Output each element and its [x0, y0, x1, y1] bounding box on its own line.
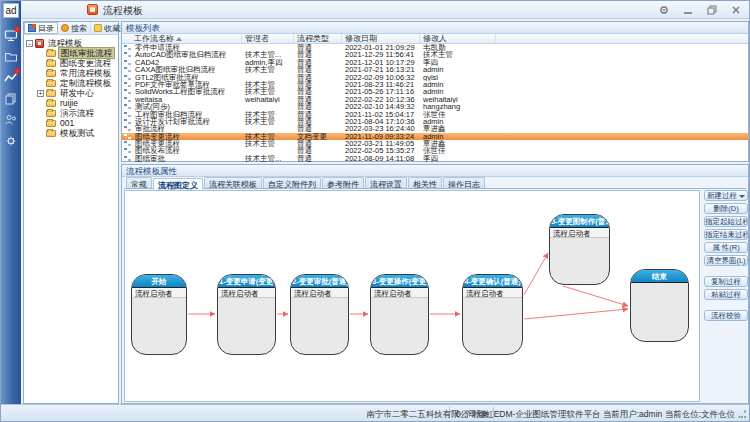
properties-tab-1[interactable]: 常规: [126, 177, 152, 188]
workflow-icon: [124, 126, 131, 131]
workflow-row[interactable]: 设计开发计划审批流程技术主管普通2021-08-04 17:10:36admin: [122, 118, 748, 125]
action-button[interactable]: 粘贴过程: [704, 289, 748, 300]
workflow-row[interactable]: PDF文件审批签章流程技术主管普通2021-08-23 11:46:21admi…: [122, 81, 748, 88]
process-type: 普通: [294, 155, 342, 162]
folder-icon: [46, 90, 56, 97]
flow-node[interactable]: 1-变更申请(变更申流程启动者: [217, 274, 276, 355]
column-header[interactable]: 管理者: [242, 34, 294, 43]
monitor-icon[interactable]: [4, 29, 18, 43]
workflow-row[interactable]: 审批流程普通2022-03-23 16:24:40覃进鑫: [122, 125, 748, 132]
modified-by: 技术主管: [420, 51, 496, 58]
workflow-row[interactable]: CAD42admin,李四普通2021-12-01 10:17:29李四: [122, 59, 748, 66]
action-button[interactable]: 流程校验: [704, 310, 748, 321]
flow-node[interactable]: 5-变更图制作(普通)流程启动者: [549, 214, 610, 285]
properties-tab-5[interactable]: 参考附件: [322, 177, 364, 188]
action-button[interactable]: 复制过程: [704, 276, 748, 287]
manager: [242, 147, 294, 154]
activity-bar: ad: [1, 1, 21, 406]
action-button[interactable]: 清空界面(L): [704, 255, 748, 266]
workflow-row[interactable]: 图纸审批技术主管...普通2021-08-09 14:11:08李四: [122, 155, 748, 162]
properties-tab-3[interactable]: 流程关联模板: [204, 177, 262, 188]
workflow-row[interactable]: 图纸变更流程技术主管文档变更2021-11-09 09:33:24admin: [122, 133, 748, 140]
action-button[interactable]: 删除(D): [704, 203, 748, 214]
copy-icon[interactable]: [4, 92, 18, 106]
properties-tab-4[interactable]: 自定义附件列: [263, 177, 321, 188]
folder-icon[interactable]: [4, 50, 18, 64]
tree-item[interactable]: 001: [26, 118, 118, 128]
tree-spacer: [37, 130, 44, 137]
workflow-row[interactable]: 工程图审批归档流程技术主管普通2021-11-02 15:04:17张世佳: [122, 111, 748, 118]
properties-tab-6[interactable]: 流程设置: [365, 177, 407, 188]
catalog-tab-1[interactable]: 目录: [24, 22, 58, 34]
workflow-icon: [124, 75, 131, 80]
action-button[interactable]: 新建过程: [704, 190, 748, 201]
flow-node[interactable]: 3-变更操作(变更操流程启动者: [370, 274, 429, 355]
workflow-name: 零件申请流程: [132, 44, 242, 51]
notification-badge: [14, 68, 20, 74]
tree-item[interactable]: 定制流程模板: [26, 78, 118, 88]
workflow-row[interactable]: 图纸发布流程普通2022-02-05 15:35:27张世佳: [122, 147, 748, 154]
properties-tab-7[interactable]: 相关性: [408, 177, 442, 188]
activity-chart-icon[interactable]: [4, 71, 18, 85]
button-label: 指定结束过程(E): [705, 230, 748, 239]
tree-item[interactable]: 图纸审批流程: [26, 48, 118, 58]
workflow-row[interactable]: CAXA图纸审批归档流程技术主管普通2021-07-21 16:13:21adm…: [122, 66, 748, 73]
process-type: 普通: [294, 111, 342, 118]
tree-spacer: [37, 110, 44, 117]
flow-node-title: 1-变更申请(变更申: [218, 275, 275, 288]
process-type: 普通: [294, 81, 342, 88]
workflow-name: 图纸审批: [132, 155, 242, 162]
flow-node-actor: 流程启动者: [463, 288, 522, 298]
settings-icon[interactable]: [657, 3, 671, 16]
manager: 技术主管: [242, 111, 294, 118]
column-header[interactable]: 流程类型: [294, 34, 342, 43]
flow-node[interactable]: 结束: [630, 269, 689, 342]
column-header[interactable]: 修改日期: [342, 34, 420, 43]
column-header[interactable]: 工作流名称: [122, 34, 242, 43]
action-button[interactable]: 属 性(R): [704, 242, 748, 253]
workflow-row[interactable]: 图纸变更流程技术主管普通2022-03-21 11:49:05覃进鑫: [122, 140, 748, 147]
tree-item[interactable]: 演示流程: [26, 108, 118, 118]
catalog-tab-2[interactable]: 搜索: [58, 22, 91, 34]
properties-tab-8[interactable]: 操作日志: [443, 177, 485, 188]
users-icon[interactable]: [4, 113, 18, 127]
flow-node[interactable]: 4-变更确认(普通)流程启动者: [462, 274, 523, 355]
button-label: 属 性(R): [712, 243, 740, 252]
workflow-row[interactable]: 零件申请流程普通2022-01-01 21:09:29韦凯勋: [122, 44, 748, 51]
folder-icon: [46, 50, 56, 57]
flow-node[interactable]: 开始流程启动者: [131, 274, 187, 355]
close-icon[interactable]: [729, 3, 743, 16]
flowchart-canvas[interactable]: 开始流程启动者1-变更申请(变更申流程启动者2-变更审批(普通)流程启动者3-变…: [124, 190, 700, 402]
maximize-icon[interactable]: [705, 3, 719, 16]
tree-item[interactable]: 常用流程模板: [26, 68, 118, 78]
tree-item[interactable]: +研发中心: [26, 88, 118, 98]
folder-icon: [46, 60, 56, 67]
properties-tab-2[interactable]: 流程图定义: [153, 178, 203, 189]
workflow-icon: [124, 134, 131, 139]
resize-grip[interactable]: [738, 410, 747, 419]
minimize-icon[interactable]: [681, 3, 695, 16]
column-label: 修改日期: [345, 34, 377, 43]
tree-item[interactable]: 图纸变更流程: [26, 58, 118, 68]
workflow-row[interactable]: AutoCAD图纸审批归档流程技术主管...普通2021-12-29 11:56…: [122, 51, 748, 58]
flow-node[interactable]: 2-变更审批(普通)流程启动者: [290, 274, 349, 355]
modified-by: 张世佳: [420, 147, 496, 154]
tree-item[interactable]: 模板测试: [26, 128, 118, 138]
modified-by: hangzhang: [420, 103, 496, 110]
workflow-row[interactable]: SolidWorks工程图审批流程技术主管普通2021-05-26 17:11:…: [122, 88, 748, 95]
tree-expander[interactable]: -: [26, 40, 33, 47]
workflow-row[interactable]: GTL2图纸审批流程普通2022-02-09 10:06:32gylsl: [122, 74, 748, 81]
action-button[interactable]: 指定结束过程(E): [704, 229, 748, 240]
workflow-icon: [124, 89, 131, 94]
gear-icon[interactable]: [4, 134, 18, 148]
tree-expander[interactable]: +: [37, 90, 44, 97]
process-type: 普通: [294, 74, 342, 81]
action-button[interactable]: 指定起始过程(B): [704, 216, 748, 227]
app-logo: ad: [3, 3, 19, 18]
workflow-row[interactable]: weitaisaweihaitaiyi普通2022-02-22 10:12:36…: [122, 96, 748, 103]
table-body: 零件申请流程普通2022-01-01 21:09:29韦凯勋AutoCAD图纸审…: [122, 44, 748, 162]
button-label: 流程校验: [711, 311, 741, 320]
column-header[interactable]: 修改人: [420, 34, 496, 43]
tree-item[interactable]: ruijie: [26, 98, 118, 108]
workflow-row[interactable]: 测试(同步)普通2022-02-10 14:49:32hangzhang: [122, 103, 748, 110]
